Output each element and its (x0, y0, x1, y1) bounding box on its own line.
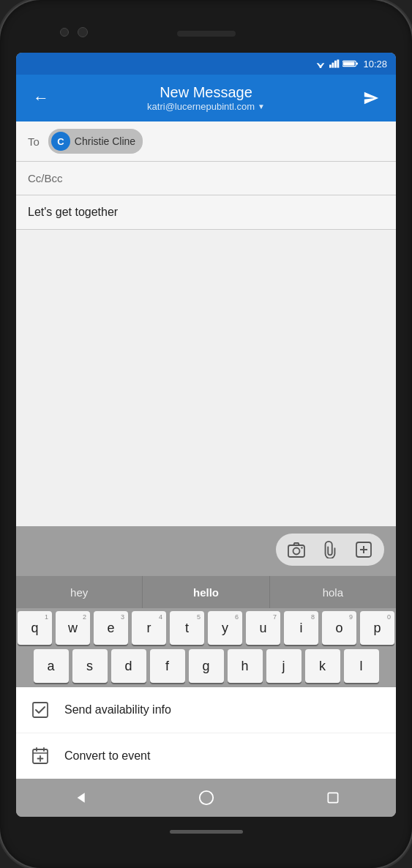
key-t[interactable]: 5t (170, 611, 204, 645)
nav-recents-icon (326, 790, 340, 805)
nav-bar (16, 779, 396, 817)
app-bar-title: New Message (160, 84, 252, 101)
key-d[interactable]: d (111, 649, 146, 683)
convert-to-event-icon (31, 747, 50, 766)
keyboard-rows: 1q 2w 3e 4r 5t 6y 7u 8i 9o 0p a s d f (16, 608, 396, 683)
cc-label: Cc/Bcc (28, 172, 63, 184)
recipient-name: Christie Cline (75, 135, 135, 147)
send-button[interactable] (358, 90, 384, 106)
send-availability-icon (31, 700, 50, 719)
convert-to-event-item[interactable]: Convert to event (16, 733, 396, 779)
to-label: To (28, 135, 40, 148)
key-y[interactable]: 6y (208, 611, 242, 645)
nav-home-icon (198, 790, 214, 806)
svg-marker-11 (364, 92, 378, 105)
recipient-chip[interactable]: C Christie Cline (48, 129, 143, 154)
suggestion-hello[interactable]: hello (143, 576, 269, 608)
svg-rect-6 (334, 61, 337, 68)
subject-text: Let's get together (28, 206, 118, 219)
suggestion-hey[interactable]: hey (16, 576, 143, 608)
battery-icon (342, 59, 359, 68)
phone-top (16, 15, 396, 53)
key-a[interactable]: a (34, 649, 69, 683)
speaker (177, 31, 236, 37)
phone-frame: 10:28 ← New Message katri@lucernepubintl… (0, 0, 412, 868)
subject-field[interactable]: Let's get together (16, 195, 396, 230)
svg-rect-4 (329, 64, 332, 67)
send-icon (363, 90, 379, 106)
compose-toolbar (16, 526, 396, 576)
toolbar-pills (276, 534, 384, 566)
status-bar: 10:28 (16, 53, 396, 75)
recipient-avatar: C (51, 132, 70, 151)
svg-rect-9 (356, 63, 358, 65)
convert-to-event-label: Convert to event (64, 749, 150, 763)
phone-bottom (170, 817, 243, 846)
keyboard-area: hey hello hola 1q 2w 3e 4r 5t 6y (16, 576, 396, 687)
plus-square-icon (355, 541, 372, 558)
svg-point-14 (301, 547, 302, 548)
bottom-menu: Send availability info Convert to event (16, 687, 396, 779)
app-bar-title-area: New Message katri@lucernepubintl.com ▼ (54, 84, 358, 112)
home-bar (170, 830, 243, 834)
body-area[interactable] (16, 230, 396, 526)
key-q[interactable]: 1q (18, 611, 52, 645)
account-dropdown-arrow: ▼ (258, 102, 265, 111)
more-button[interactable] (352, 538, 375, 561)
nav-back-icon (72, 790, 87, 805)
camera-button[interactable] (285, 538, 308, 561)
key-r[interactable]: 4r (132, 611, 166, 645)
svg-rect-27 (328, 793, 337, 802)
status-icons (315, 59, 359, 68)
attach-icon (323, 541, 337, 558)
key-f[interactable]: f (150, 649, 185, 683)
front-camera-left (60, 28, 69, 37)
key-j[interactable]: j (266, 649, 301, 683)
key-w[interactable]: 2w (56, 611, 90, 645)
back-button[interactable]: ← (28, 89, 54, 108)
to-field[interactable]: To C Christie Cline (16, 121, 396, 162)
key-k[interactable]: k (305, 649, 340, 683)
key-u[interactable]: 7u (246, 611, 280, 645)
svg-rect-5 (332, 63, 334, 68)
suggestion-hola[interactable]: hola (270, 576, 396, 608)
key-g[interactable]: g (189, 649, 224, 683)
svg-marker-25 (77, 793, 84, 802)
key-p[interactable]: 0p (360, 611, 394, 645)
word-suggestions: hey hello hola (16, 576, 396, 608)
status-time: 10:28 (363, 59, 387, 70)
svg-rect-7 (337, 59, 340, 67)
cc-field[interactable]: Cc/Bcc (16, 162, 396, 195)
camera-icon (288, 542, 305, 558)
screen: 10:28 ← New Message katri@lucernepubintl… (16, 53, 396, 817)
nav-back-button[interactable] (64, 782, 96, 814)
wifi-icon (315, 59, 326, 68)
key-row-1: 1q 2w 3e 4r 5t 6y 7u 8i 9o 0p (18, 611, 394, 645)
key-s[interactable]: s (72, 649, 108, 683)
svg-rect-10 (344, 61, 355, 65)
key-o[interactable]: 9o (322, 611, 356, 645)
attach-button[interactable] (318, 538, 342, 561)
signal-icon (329, 59, 340, 68)
key-i[interactable]: 8i (284, 611, 318, 645)
app-bar-subtitle[interactable]: katri@lucernepubintl.com ▼ (147, 101, 265, 112)
compose-area: To C Christie Cline Cc/Bcc Let's get tog… (16, 121, 396, 526)
svg-point-26 (199, 791, 212, 804)
front-camera-center (78, 27, 88, 37)
key-e[interactable]: 3e (94, 611, 128, 645)
key-l[interactable]: l (344, 649, 379, 683)
send-availability-label: Send availability info (64, 703, 171, 717)
key-h[interactable]: h (228, 649, 263, 683)
app-bar: ← New Message katri@lucernepubintl.com ▼ (16, 75, 396, 121)
send-availability-item[interactable]: Send availability info (16, 687, 396, 733)
key-row-2: a s d f g h j k l (18, 649, 394, 683)
svg-point-13 (293, 548, 300, 555)
nav-home-button[interactable] (190, 782, 222, 814)
nav-recents-button[interactable] (317, 782, 349, 814)
